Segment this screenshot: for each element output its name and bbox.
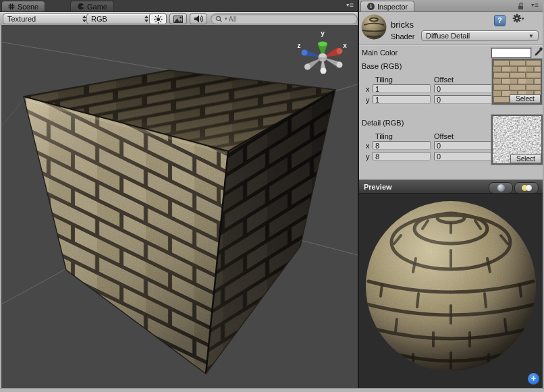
scene-toolbar: Textured RGB bbox=[0, 12, 358, 26]
detail-offset-x-input[interactable] bbox=[434, 141, 492, 150]
detail-select-button[interactable]: Select bbox=[510, 155, 541, 163]
main-color-swatch[interactable] bbox=[491, 48, 531, 58]
gizmo-y-axis-label[interactable]: y bbox=[321, 30, 325, 37]
gizmo-x-axis-label[interactable]: x bbox=[343, 42, 347, 49]
image-icon bbox=[173, 16, 183, 23]
window-frame-bottom bbox=[0, 388, 544, 392]
base-offset-header: Offset bbox=[434, 76, 454, 84]
shader-dropdown[interactable]: Diffuse Detail ▼ bbox=[421, 30, 539, 41]
channels-dropdown[interactable]: RGB bbox=[86, 13, 154, 24]
detail-offset-y-input[interactable] bbox=[434, 152, 492, 161]
help-icon[interactable]: ? bbox=[494, 15, 506, 26]
tab-game-label: Game bbox=[87, 3, 107, 11]
scene-pane: Scene Game ▾≡ Textured RGB bbox=[0, 0, 358, 388]
preview-header[interactable]: Preview bbox=[359, 179, 543, 194]
updown-arrows-icon bbox=[144, 16, 149, 22]
search-icon bbox=[215, 16, 223, 23]
preview-mesh-button[interactable] bbox=[489, 182, 513, 194]
base-row-y-label: y bbox=[366, 96, 370, 104]
gear-glyph-icon bbox=[512, 13, 522, 23]
inspector-tabwell: i Inspector ▾≡ bbox=[359, 0, 543, 12]
light-dot-icon bbox=[526, 185, 532, 191]
render-mode-value: Textured bbox=[7, 15, 80, 23]
render-mode-dropdown[interactable]: Textured bbox=[3, 13, 92, 24]
grid-icon bbox=[8, 3, 15, 10]
scene-orientation-gizmo[interactable]: y x z bbox=[298, 30, 348, 74]
detail-tiling-header: Tiling bbox=[375, 132, 393, 140]
base-tiling-y-input[interactable] bbox=[373, 95, 431, 104]
shader-value: Diffuse Detail bbox=[426, 32, 524, 40]
detail-row-x-label: x bbox=[366, 142, 370, 150]
detail-tiling-y-input[interactable] bbox=[373, 152, 431, 161]
base-row-x-label: x bbox=[366, 85, 370, 93]
preview-add-button[interactable]: + bbox=[528, 373, 539, 385]
tab-scene[interactable]: Scene bbox=[1, 1, 45, 11]
skybox-fx-toggle-button[interactable] bbox=[169, 13, 187, 24]
tab-game[interactable]: Game bbox=[70, 1, 114, 11]
material-preview-thumbnail[interactable] bbox=[361, 14, 387, 40]
tab-inspector[interactable]: i Inspector bbox=[360, 1, 414, 11]
preview-body[interactable]: + bbox=[359, 194, 543, 388]
base-section-title: Base (RGB) bbox=[362, 62, 402, 70]
shader-label: Shader bbox=[391, 32, 414, 40]
preview-lighting-button[interactable] bbox=[514, 182, 539, 194]
tab-inspector-label: Inspector bbox=[377, 3, 408, 11]
scene-tabwell: Scene Game ▾≡ bbox=[0, 0, 358, 12]
lock-icon[interactable] bbox=[517, 2, 525, 10]
sphere-icon bbox=[497, 184, 505, 192]
gear-icon[interactable]: ▾ bbox=[512, 13, 524, 23]
detail-row-y-label: y bbox=[366, 152, 370, 161]
scene-3d-canvas: y x z bbox=[0, 25, 358, 388]
detail-texture-thumbnail[interactable]: Select bbox=[491, 115, 543, 165]
speaker-icon bbox=[194, 15, 203, 23]
base-texture-thumbnail[interactable]: Select bbox=[492, 59, 542, 105]
material-name: bricks bbox=[391, 20, 414, 30]
base-select-button[interactable]: Select bbox=[510, 94, 541, 103]
inspector-pane: i Inspector ▾≡ bbox=[359, 0, 543, 388]
scene-viewport[interactable]: y x z bbox=[0, 25, 358, 388]
chevron-down-icon: ▼ bbox=[528, 33, 534, 39]
audio-toggle-button[interactable] bbox=[190, 13, 207, 24]
info-icon: i bbox=[367, 3, 375, 10]
detail-section-title: Detail (RGB) bbox=[362, 119, 404, 127]
scene-search-field[interactable]: ▾ bbox=[211, 13, 358, 24]
search-input[interactable] bbox=[229, 15, 353, 23]
main-color-label: Main Color bbox=[362, 49, 398, 57]
tab-scene-label: Scene bbox=[18, 3, 38, 11]
lighting-toggle-button[interactable] bbox=[149, 13, 167, 24]
brick-cube bbox=[0, 52, 358, 388]
base-tiling-x-input[interactable] bbox=[373, 84, 431, 93]
detail-tiling-x-input[interactable] bbox=[373, 141, 431, 150]
base-offset-x-input[interactable] bbox=[434, 84, 492, 93]
inspector-pane-menu-icon[interactable]: ▾≡ bbox=[531, 1, 539, 9]
unity-editor-window: Scene Game ▾≡ Textured RGB bbox=[0, 0, 544, 392]
search-scope-caret-icon: ▾ bbox=[225, 16, 227, 22]
base-offset-y-input[interactable] bbox=[434, 95, 492, 104]
preview-sphere-render bbox=[359, 194, 543, 388]
base-tiling-header: Tiling bbox=[375, 76, 393, 84]
game-icon bbox=[77, 3, 84, 10]
scene-pane-menu-icon[interactable]: ▾≡ bbox=[346, 1, 354, 9]
sun-icon bbox=[154, 15, 163, 24]
eyedropper-icon[interactable] bbox=[534, 47, 543, 57]
detail-offset-header: Offset bbox=[434, 132, 454, 140]
window-frame-left bbox=[0, 25, 1, 388]
channels-value: RGB bbox=[91, 15, 142, 23]
section-divider bbox=[359, 45, 543, 45]
gizmo-z-axis-label[interactable]: z bbox=[298, 42, 301, 49]
preview-title: Preview bbox=[364, 183, 392, 191]
